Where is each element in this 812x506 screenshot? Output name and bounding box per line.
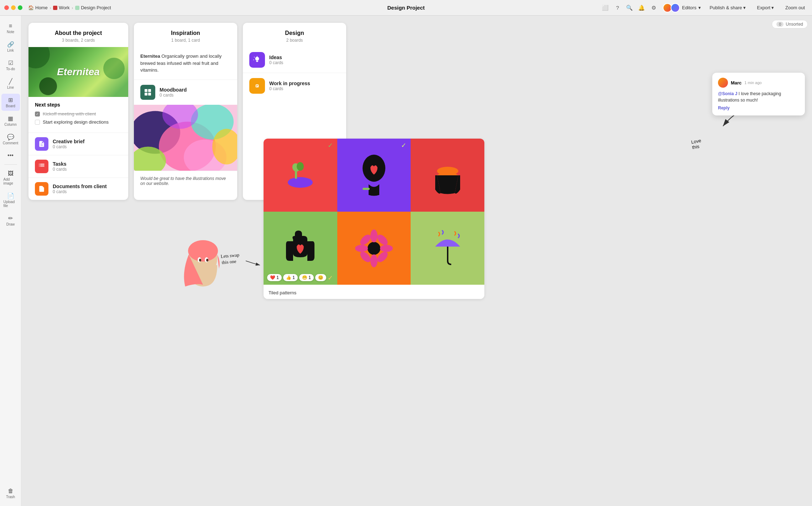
comment-bubble: Marc 1 min ago @Sonia J I love these pac… <box>712 73 805 115</box>
tasks-item[interactable]: Tasks 0 cards <box>28 155 128 177</box>
settings-icon[interactable]: ⚙ <box>651 5 657 11</box>
tiled-grid: ✓ ✓ <box>264 139 484 285</box>
breadcrumb-sep-1: › <box>50 6 51 10</box>
canvas: 0 Unsorted About the project 3 boards, 2… <box>21 16 812 506</box>
editors-button[interactable]: Editors ▾ <box>663 3 701 12</box>
character-illustration-area: Lets swap this one <box>175 229 260 297</box>
comment-author-avatar <box>718 78 728 88</box>
breadcrumb-home-label: Home <box>35 5 48 10</box>
unsorted-count: 0 <box>776 22 784 27</box>
sidebar-item-todo[interactable]: ☑ To-do <box>1 57 20 74</box>
tile-head: ✓ <box>337 139 411 212</box>
tile-hand-bowl <box>411 139 484 212</box>
sidebar-label-todo: To-do <box>6 67 15 71</box>
creative-brief-name: Creative brief <box>53 139 84 144</box>
documents-item[interactable]: Documents from client 0 cards <box>28 177 128 200</box>
reaction-smile[interactable]: 😁 1 <box>299 274 314 281</box>
breadcrumb-dp[interactable]: Design Project <box>75 5 111 10</box>
ideas-item[interactable]: Ideas 0 cards <box>243 47 346 73</box>
tile-bowl: ✓ <box>264 139 337 212</box>
tiled-patterns-label: Tiled patterns <box>264 286 484 299</box>
sidebar-label-column: Column <box>4 123 16 127</box>
close-button[interactable] <box>4 5 9 10</box>
checkbox-1[interactable] <box>35 112 40 117</box>
svg-rect-1 <box>148 89 151 92</box>
svg-text:this one: this one <box>222 258 236 265</box>
help-icon[interactable]: ? <box>614 5 621 11</box>
tile-flower <box>337 212 411 285</box>
export-chevron-icon: ▾ <box>771 5 774 10</box>
maximize-button[interactable] <box>18 5 22 10</box>
column-icon: ▦ <box>8 115 13 122</box>
moodboard-item[interactable]: Moodboard 0 cards <box>134 80 237 105</box>
creative-brief-item[interactable]: Creative brief 0 cards <box>28 133 128 155</box>
bell-icon[interactable]: 🔔 <box>639 5 645 11</box>
traffic-lights <box>4 5 22 10</box>
minimize-button[interactable] <box>11 5 16 10</box>
monitor-icon[interactable]: ⬜ <box>602 5 609 11</box>
svg-point-29 <box>355 245 368 252</box>
next-steps-section: Next steps Kickoff meeting with client S… <box>28 97 128 133</box>
svg-point-28 <box>370 254 378 267</box>
reaction-thumbs[interactable]: 👍 1 <box>283 274 298 281</box>
svg-point-24 <box>437 167 458 175</box>
unsorted-badge[interactable]: 0 Unsorted <box>772 20 808 29</box>
inspiration-comment: Would be great to have the illustrations… <box>134 171 237 191</box>
board-icon: ⊞ <box>8 97 13 103</box>
inspiration-text-block: Eternitea Organically grown and locally … <box>134 47 237 80</box>
comment-author-name: Marc <box>731 80 741 86</box>
reaction-heart[interactable]: ❤️ 1 <box>267 274 282 281</box>
comment-reply-button[interactable]: Reply <box>718 105 799 110</box>
sidebar-item-draw[interactable]: ✏ Draw <box>1 212 20 229</box>
sidebar: ≡ Note 🔗 Link ☑ To-do ╱ Line ⊞ Board ▦ C… <box>0 16 21 506</box>
sidebar-item-board[interactable]: ⊞ Board <box>1 94 20 111</box>
svg-rect-23 <box>363 188 370 190</box>
sidebar-item-column[interactable]: ▦ Column <box>1 112 20 129</box>
line-draw-icon: ╱ <box>9 78 12 85</box>
tasks-cards: 0 cards <box>53 167 67 172</box>
sidebar-item-add-image[interactable]: 🖼 Add image <box>1 167 20 188</box>
comment-time: 1 min ago <box>744 81 761 85</box>
zoom-out-button[interactable]: Zoom out <box>782 4 808 12</box>
breadcrumb-work[interactable]: Work <box>53 5 69 10</box>
sidebar-item-upload[interactable]: 📄 Upload file <box>1 190 20 211</box>
svg-text:Lets swap: Lets swap <box>220 252 239 259</box>
search-icon[interactable]: 🔍 <box>626 5 633 11</box>
svg-rect-16 <box>256 84 259 88</box>
sidebar-item-more[interactable]: ••• <box>1 149 20 161</box>
sidebar-item-note[interactable]: ≡ Note <box>1 20 20 37</box>
breadcrumb-sep-2: › <box>72 6 73 10</box>
breadcrumb-dp-label: Design Project <box>81 5 111 10</box>
title-bar-right: ⬜ ? 🔍 🔔 ⚙ Editors ▾ Publish & share ▾ Ex… <box>602 3 808 12</box>
sidebar-item-trash[interactable]: 🗑 Trash <box>1 485 20 502</box>
publish-share-button[interactable]: Publish & share ▾ <box>707 4 748 12</box>
export-label: Export <box>757 5 771 10</box>
creative-brief-info: Creative brief 0 cards <box>53 139 84 149</box>
sidebar-item-line[interactable]: ╱ Line <box>1 75 20 92</box>
moodboard-icon <box>140 85 155 100</box>
sidebar-label-upload: Upload file <box>4 200 18 208</box>
wip-item[interactable]: Work in progress 0 cards <box>243 73 346 99</box>
sidebar-item-link[interactable]: 🔗 Link <box>1 38 20 55</box>
export-button[interactable]: Export ▾ <box>754 4 777 12</box>
about-card-subtitle: 3 boards, 2 cards <box>36 38 121 43</box>
sidebar-divider <box>4 164 17 165</box>
moodboard-info: Moodboard 0 cards <box>160 87 187 98</box>
reaction-emoji[interactable]: 😊 <box>315 274 326 281</box>
unsorted-label: Unsorted <box>786 22 803 27</box>
avatar-2 <box>671 3 680 12</box>
sidebar-label-draw: Draw <box>6 222 15 226</box>
sidebar-item-comment[interactable]: 💬 Comment <box>1 131 20 148</box>
wip-info: Work in progress 0 cards <box>269 81 310 91</box>
breadcrumb-home[interactable]: 🏠 Home <box>28 5 48 10</box>
editors-chevron-icon: ▾ <box>698 5 701 10</box>
design-card-header: Design 2 boards <box>243 23 346 47</box>
moodboard-name: Moodboard <box>160 87 187 93</box>
tile-umbrella <box>411 212 484 285</box>
title-bar: 🏠 Home › Work › Design Project Design Pr… <box>0 0 812 16</box>
checkbox-2[interactable] <box>35 120 40 125</box>
inspiration-card-header: Inspiration 1 board, 1 card <box>134 23 237 47</box>
wip-cards: 0 cards <box>269 86 310 91</box>
inspiration-comment-text: Would be great to have the illustrations… <box>140 176 226 186</box>
about-card: About the project 3 boards, 2 cards Eter… <box>28 23 128 200</box>
